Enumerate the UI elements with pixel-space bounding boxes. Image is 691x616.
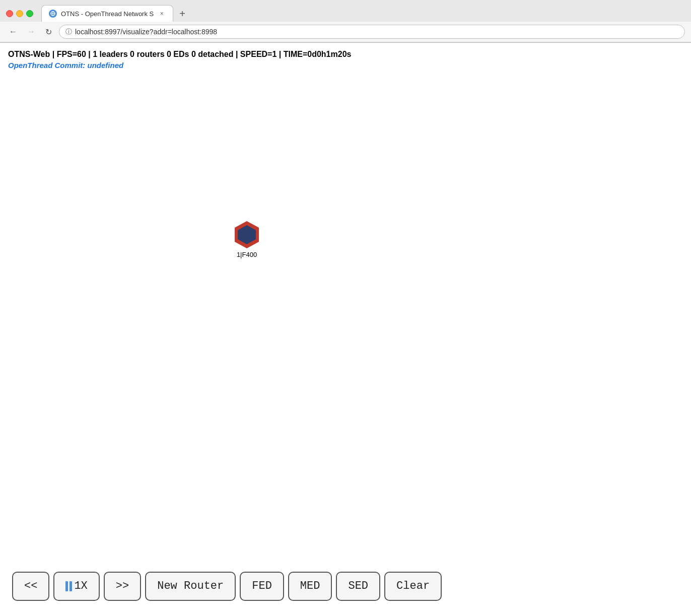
reload-button[interactable]: ↻ <box>42 26 55 38</box>
browser-chrome: OTNS - OpenThread Network S × + ← → ↻ ⓘ … <box>0 0 691 43</box>
close-traffic-light[interactable] <box>6 10 13 17</box>
page-header: OTNS-Web | FPS=60 | 1 leaders 0 routers … <box>0 43 691 74</box>
pause-bar-right <box>70 581 72 591</box>
clear-button[interactable]: Clear <box>384 572 442 601</box>
sed-button[interactable]: SED <box>336 572 380 601</box>
network-area: 1|F400 <box>0 74 691 582</box>
maximize-traffic-light[interactable] <box>26 10 33 17</box>
minimize-traffic-light[interactable] <box>16 10 23 17</box>
traffic-lights <box>6 10 33 17</box>
info-icon: ⓘ <box>65 27 72 36</box>
fast-button[interactable]: >> <box>104 572 141 601</box>
tab-bar: OTNS - OpenThread Network S × + <box>41 5 189 22</box>
active-tab[interactable]: OTNS - OpenThread Network S × <box>41 5 173 22</box>
pause-bar-left <box>65 581 68 591</box>
tab-favicon <box>49 10 57 18</box>
speed-button[interactable]: 1X <box>53 572 99 601</box>
address-text: localhost:8997/visualize?addr=localhost:… <box>75 28 217 36</box>
new-tab-button[interactable]: + <box>175 7 189 21</box>
commit-line: OpenThread Commit: undefined <box>8 61 683 70</box>
nav-bar: ← → ↻ ⓘ localhost:8997/visualize?addr=lo… <box>0 22 691 42</box>
back-button[interactable]: ← <box>6 26 20 37</box>
speed-label: 1X <box>74 581 87 592</box>
status-line: OTNS-Web | FPS=60 | 1 leaders 0 routers … <box>8 49 683 60</box>
network-node[interactable]: 1|F400 <box>232 220 262 258</box>
slow-button[interactable]: << <box>12 572 49 601</box>
page-content: OTNS-Web | FPS=60 | 1 leaders 0 routers … <box>0 43 691 582</box>
node-label: 1|F400 <box>237 251 257 258</box>
tab-title: OTNS - OpenThread Network S <box>61 10 154 18</box>
fed-button[interactable]: FED <box>240 572 284 601</box>
tab-close-button[interactable]: × <box>158 10 166 18</box>
pause-icon <box>65 581 72 591</box>
med-button[interactable]: MED <box>288 572 332 601</box>
title-bar: OTNS - OpenThread Network S × + <box>0 0 691 22</box>
address-bar[interactable]: ⓘ localhost:8997/visualize?addr=localhos… <box>59 25 685 39</box>
node-hexagon <box>232 220 262 250</box>
new-router-button[interactable]: New Router <box>145 572 236 601</box>
forward-button[interactable]: → <box>24 26 38 37</box>
toolbar: << 1X >> New Router FED MED SED Clear <box>0 562 691 616</box>
